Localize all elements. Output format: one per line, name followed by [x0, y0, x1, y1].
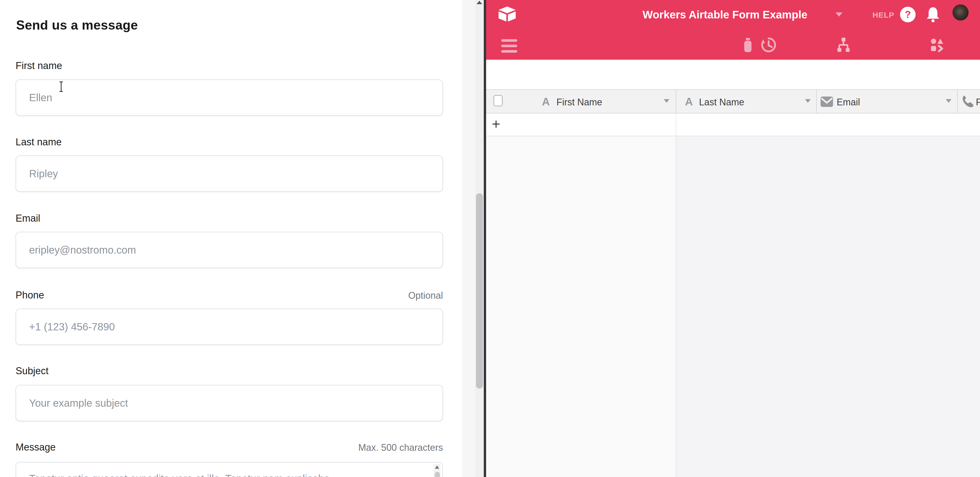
phone-optional-hint: Optional: [16, 290, 443, 301]
subject-input[interactable]: [16, 385, 443, 421]
field-type-email-icon: [821, 97, 833, 107]
scroll-up-arrow-icon[interactable]: [435, 466, 439, 469]
base-title[interactable]: Workers Airtable Form Example: [619, 9, 832, 21]
page-scroll-up-arrow-icon[interactable]: [477, 1, 482, 4]
column-caret-icon[interactable]: [946, 99, 951, 103]
window-divider: [484, 0, 486, 477]
field-type-phone-icon: [961, 95, 974, 108]
phone-input[interactable]: [16, 309, 443, 345]
column-caret-icon[interactable]: [664, 99, 670, 103]
base-title-caret-icon[interactable]: [835, 13, 842, 17]
column-separator[interactable]: [957, 90, 958, 113]
field-type-text-icon: A: [542, 95, 550, 108]
notification-bell-icon[interactable]: [926, 6, 940, 23]
message-scrollbar-thumb[interactable]: [435, 472, 440, 477]
last-name-input[interactable]: [16, 155, 443, 192]
select-all-checkbox[interactable]: [493, 95, 503, 106]
airtable-topbar: Workers Airtable Form Example HELP ?: [486, 0, 980, 30]
form-pane-gutter: [462, 0, 475, 477]
column-separator: [676, 136, 676, 477]
airtable-tabbar: Form Submissions SHARE AUTOMATIONS APPS: [486, 30, 980, 60]
airtable-logo-icon[interactable]: [498, 6, 517, 22]
message-max-hint: Max. 500 characters: [16, 442, 443, 453]
subject-label: Subject: [16, 365, 49, 377]
help-circle-icon[interactable]: ?: [900, 7, 916, 22]
first-name-label: First name: [16, 60, 62, 71]
trash-icon[interactable]: [742, 38, 754, 52]
grid-empty-area: [676, 136, 980, 477]
airtable-pane: Workers Airtable Form Example HELP ? For…: [486, 0, 980, 477]
column-separator: [676, 113, 676, 136]
email-input[interactable]: [16, 232, 443, 268]
apps-icon[interactable]: [931, 38, 943, 52]
grid-empty-area-primary-column: [486, 136, 676, 477]
automations-icon[interactable]: [837, 38, 850, 53]
page-scrollbar-thumb[interactable]: [476, 193, 483, 388]
add-record-button[interactable]: +: [492, 116, 500, 132]
first-name-input[interactable]: [16, 79, 443, 116]
message-textarea[interactable]: Tenetur optio quaerat expedite vero et i…: [16, 462, 443, 477]
field-type-text-icon: A: [685, 95, 693, 108]
column-separator[interactable]: [816, 90, 817, 113]
form-heading: Send us a message: [16, 17, 138, 33]
last-name-label: Last name: [16, 136, 62, 148]
grid-header-row: A First Name A Last Name Email Phone: [486, 89, 980, 113]
add-record-row[interactable]: +: [486, 113, 980, 136]
message-text: Tenetur optio quaerat expedite vero et i…: [29, 473, 330, 477]
column-caret-icon[interactable]: [805, 99, 811, 103]
help-button[interactable]: HELP: [872, 11, 894, 19]
user-avatar[interactable]: [953, 5, 969, 21]
contact-form-pane: Send us a message First name Last name E…: [0, 0, 462, 477]
view-toolbar: Grid view: [486, 60, 980, 89]
column-separator[interactable]: [676, 90, 676, 113]
email-label: Email: [16, 213, 40, 224]
history-icon[interactable]: [761, 37, 776, 53]
